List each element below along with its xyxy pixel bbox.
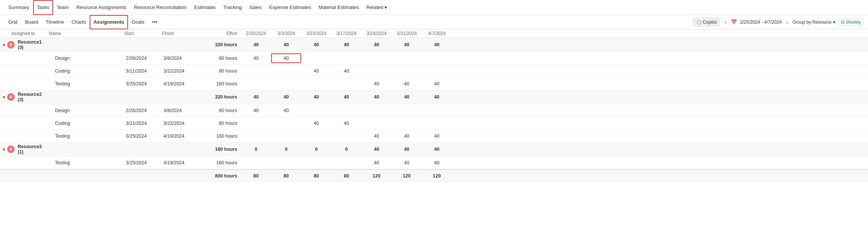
group-week-cell-6: 40 [422, 41, 452, 49]
total-name-cell [49, 174, 124, 177]
top-nav-item-summary[interactable]: Summary [5, 0, 33, 15]
total-week-cell-5: 120 [392, 172, 422, 180]
group-week-cell-3: 40 [331, 93, 362, 101]
task-effort-cell: 80 hours [200, 67, 241, 75]
collapse-chevron[interactable]: ▾ [3, 95, 5, 99]
task-week-cell-6 [422, 122, 452, 125]
copilot-button[interactable]: ⬡Copilot [693, 18, 720, 27]
sub-nav-item-charts[interactable]: Charts [68, 15, 90, 29]
collapse-chevron[interactable]: ▾ [3, 43, 5, 47]
task-week-cell-5: 40 [392, 80, 422, 88]
task-effort-cell: 80 hours [200, 54, 241, 62]
task-week-cell-0: 40 [241, 54, 271, 62]
prev-arrow-button[interactable]: ‹ [723, 18, 728, 26]
top-navigation: SummaryTasksTeamResource AssignmentsReso… [0, 0, 868, 15]
group-week-cell-6: 40 [422, 93, 452, 101]
group-finish-cell [162, 96, 200, 99]
top-nav-item-tracking[interactable]: Tracking [220, 0, 246, 15]
task-week-cell-6: 40 [422, 80, 452, 88]
top-nav-item-material-estimates[interactable]: Material Estimates [315, 0, 363, 15]
calendar-icon: 📅 [731, 19, 737, 25]
group-week-cell-5: 40 [392, 145, 422, 153]
task-week-cell-4: 40 [362, 132, 392, 140]
task-week-cell-3: 40 [331, 119, 362, 127]
task-week-cell-6 [422, 57, 452, 60]
group-assigned-cell: ▾RResource3 (1) [0, 143, 49, 156]
group-finish-cell [162, 148, 200, 151]
task-name-cell: Coding [49, 67, 124, 75]
group-name-cell [49, 43, 124, 46]
task-week-cell-5 [392, 57, 422, 60]
task-week-cell-5 [392, 122, 422, 125]
task-week-cell-2: 40 [301, 67, 331, 75]
task-row: Coding3/11/20243/22/202480 hours4040 [0, 65, 868, 77]
task-row: Design2/26/20243/8/202480 hours4040 [0, 104, 868, 117]
task-week-cell-3 [331, 57, 362, 60]
task-assigned-cell [0, 57, 49, 60]
task-row: Testing3/25/20244/19/2024160 hours404040 [0, 130, 868, 143]
task-week-cell-2: 40 [301, 119, 331, 127]
col-header-effort: Effort [200, 31, 241, 36]
group-week-cell-2: 0 [301, 145, 331, 153]
sub-nav-item-grid[interactable]: Grid [5, 15, 21, 29]
task-week-cell-5 [392, 109, 422, 112]
group-week-cell-3: 0 [331, 145, 362, 153]
sub-nav-right: ⬡Copilot‹📅2/25/2024 - 4/7/2024›Group by … [693, 18, 863, 27]
sub-nav-item-more[interactable]: ••• [148, 15, 161, 29]
task-week-cell-4 [362, 109, 392, 112]
task-name-cell: Coding [49, 119, 124, 127]
sub-nav-item-timeline[interactable]: Timeline [42, 15, 68, 29]
sub-nav-item-assignments[interactable]: Assignments [90, 15, 128, 29]
total-start-cell [124, 174, 162, 177]
group-start-cell [124, 96, 162, 99]
resource-avatar: R [7, 93, 15, 101]
top-nav-item-resource-reconciliation[interactable]: Resource Reconciliation [130, 0, 191, 15]
task-week-cell-3 [331, 135, 362, 138]
total-week-cell-2: 80 [301, 172, 331, 180]
task-start-cell: 3/25/2024 [124, 80, 162, 88]
task-finish-cell: 4/19/2024 [162, 80, 200, 88]
task-week-cell-6: 40 [422, 132, 452, 140]
top-nav-item-resource-assignments[interactable]: Resource Assignments [73, 0, 130, 15]
total-week-cell-6: 120 [422, 172, 452, 180]
group-by-button[interactable]: Group by Resource ▾ [792, 20, 835, 25]
collapse-chevron[interactable]: ▾ [3, 147, 5, 152]
task-week-cell-3 [331, 82, 362, 85]
top-nav-item-sales[interactable]: Sales [246, 0, 265, 15]
sub-nav-item-goals[interactable]: Goals [128, 15, 148, 29]
task-week-cell-1[interactable]: 40 [271, 53, 301, 63]
task-effort-cell: 160 hours [200, 159, 241, 167]
task-week-cell-4 [362, 122, 392, 125]
group-week-cell-1: 0 [271, 145, 301, 153]
totals-row: 800 hours80808080120120120 [0, 169, 868, 182]
top-nav-item-expense-estimates[interactable]: Expense Estimates [265, 0, 315, 15]
task-week-cell-4: 40 [362, 159, 392, 167]
total-assigned-cell [0, 174, 49, 177]
task-effort-cell: 160 hours [200, 80, 241, 88]
task-week-cell-4: 40 [362, 80, 392, 88]
group-effort-cell: 320 hours [200, 93, 241, 101]
total-week-cell-4: 120 [362, 172, 392, 180]
task-week-cell-0: 40 [241, 106, 271, 115]
weekly-button[interactable]: ⊟Weekly [838, 18, 863, 26]
sub-nav-item-board[interactable]: Board [21, 15, 42, 29]
task-week-cell-4 [362, 70, 392, 73]
task-week-cell-0 [241, 135, 271, 138]
task-effort-cell: 160 hours [200, 132, 241, 140]
group-label: Resource1 (3) [18, 39, 47, 50]
col-header-assigned: Assigned to [0, 31, 49, 36]
top-nav-item-related[interactable]: Related ▾ [363, 0, 391, 15]
task-week-cell-3: 40 [331, 67, 362, 75]
top-nav-item-estimates[interactable]: Estimates [191, 0, 220, 15]
task-week-cell-1 [271, 70, 301, 73]
sub-nav-left: GridBoardTimelineChartsAssignmentsGoals•… [5, 15, 161, 29]
next-arrow-button[interactable]: › [785, 18, 790, 26]
group-start-cell [124, 148, 162, 151]
task-week-cell-0 [241, 82, 271, 85]
group-week-cell-3: 40 [331, 41, 362, 49]
task-name-cell: Design [49, 106, 124, 115]
top-nav-item-team[interactable]: Team [53, 0, 73, 15]
task-week-cell-5 [392, 70, 422, 73]
task-week-cell-5: 40 [392, 132, 422, 140]
top-nav-item-tasks[interactable]: Tasks [33, 0, 53, 15]
